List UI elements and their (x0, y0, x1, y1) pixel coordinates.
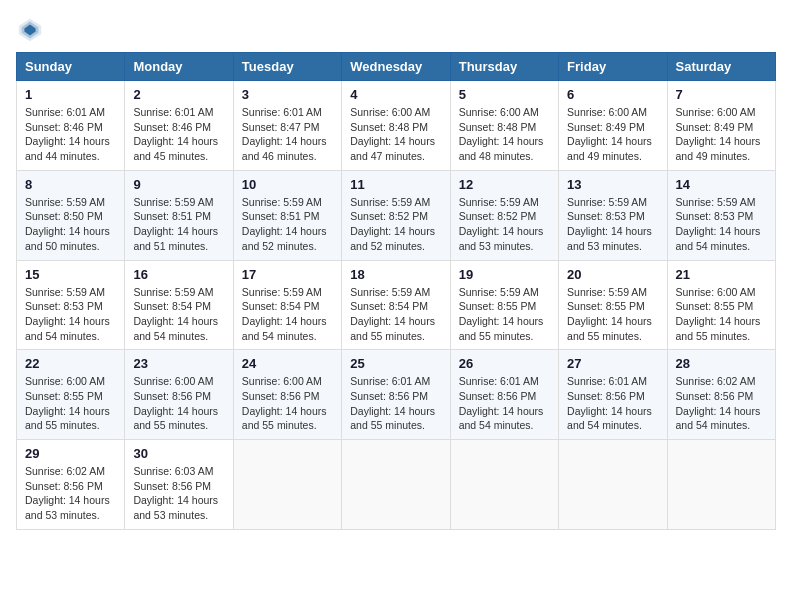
day-header-monday: Monday (125, 53, 233, 81)
calendar-cell: 20 Sunrise: 5:59 AM Sunset: 8:55 PM Dayl… (559, 260, 667, 350)
calendar-cell: 11 Sunrise: 5:59 AM Sunset: 8:52 PM Dayl… (342, 170, 450, 260)
calendar-cell (342, 440, 450, 530)
calendar-cell: 26 Sunrise: 6:01 AM Sunset: 8:56 PM Dayl… (450, 350, 558, 440)
day-info: Sunrise: 6:01 AM Sunset: 8:56 PM Dayligh… (350, 374, 441, 433)
day-info: Sunrise: 6:01 AM Sunset: 8:56 PM Dayligh… (567, 374, 658, 433)
week-row-5: 29 Sunrise: 6:02 AM Sunset: 8:56 PM Dayl… (17, 440, 776, 530)
calendar-cell: 19 Sunrise: 5:59 AM Sunset: 8:55 PM Dayl… (450, 260, 558, 350)
calendar-cell: 29 Sunrise: 6:02 AM Sunset: 8:56 PM Dayl… (17, 440, 125, 530)
calendar-cell: 27 Sunrise: 6:01 AM Sunset: 8:56 PM Dayl… (559, 350, 667, 440)
calendar-cell: 23 Sunrise: 6:00 AM Sunset: 8:56 PM Dayl… (125, 350, 233, 440)
day-info: Sunrise: 6:03 AM Sunset: 8:56 PM Dayligh… (133, 464, 224, 523)
day-info: Sunrise: 6:00 AM Sunset: 8:49 PM Dayligh… (676, 105, 767, 164)
day-number: 13 (567, 177, 658, 192)
day-header-thursday: Thursday (450, 53, 558, 81)
week-row-4: 22 Sunrise: 6:00 AM Sunset: 8:55 PM Dayl… (17, 350, 776, 440)
day-info: Sunrise: 5:59 AM Sunset: 8:54 PM Dayligh… (242, 285, 333, 344)
day-info: Sunrise: 6:00 AM Sunset: 8:49 PM Dayligh… (567, 105, 658, 164)
day-info: Sunrise: 6:00 AM Sunset: 8:55 PM Dayligh… (25, 374, 116, 433)
day-info: Sunrise: 6:01 AM Sunset: 8:56 PM Dayligh… (459, 374, 550, 433)
day-info: Sunrise: 5:59 AM Sunset: 8:54 PM Dayligh… (133, 285, 224, 344)
day-info: Sunrise: 6:01 AM Sunset: 8:46 PM Dayligh… (133, 105, 224, 164)
day-number: 5 (459, 87, 550, 102)
day-info: Sunrise: 5:59 AM Sunset: 8:54 PM Dayligh… (350, 285, 441, 344)
day-number: 17 (242, 267, 333, 282)
calendar-cell: 16 Sunrise: 5:59 AM Sunset: 8:54 PM Dayl… (125, 260, 233, 350)
calendar-cell: 15 Sunrise: 5:59 AM Sunset: 8:53 PM Dayl… (17, 260, 125, 350)
calendar-cell: 24 Sunrise: 6:00 AM Sunset: 8:56 PM Dayl… (233, 350, 341, 440)
calendar-cell: 1 Sunrise: 6:01 AM Sunset: 8:46 PM Dayli… (17, 81, 125, 171)
calendar-cell: 5 Sunrise: 6:00 AM Sunset: 8:48 PM Dayli… (450, 81, 558, 171)
day-number: 7 (676, 87, 767, 102)
day-number: 4 (350, 87, 441, 102)
calendar-cell: 12 Sunrise: 5:59 AM Sunset: 8:52 PM Dayl… (450, 170, 558, 260)
day-number: 26 (459, 356, 550, 371)
calendar-cell: 18 Sunrise: 5:59 AM Sunset: 8:54 PM Dayl… (342, 260, 450, 350)
week-row-1: 1 Sunrise: 6:01 AM Sunset: 8:46 PM Dayli… (17, 81, 776, 171)
calendar-cell: 17 Sunrise: 5:59 AM Sunset: 8:54 PM Dayl… (233, 260, 341, 350)
day-number: 3 (242, 87, 333, 102)
day-number: 22 (25, 356, 116, 371)
calendar-cell: 28 Sunrise: 6:02 AM Sunset: 8:56 PM Dayl… (667, 350, 775, 440)
week-row-2: 8 Sunrise: 5:59 AM Sunset: 8:50 PM Dayli… (17, 170, 776, 260)
day-number: 27 (567, 356, 658, 371)
day-number: 8 (25, 177, 116, 192)
day-number: 10 (242, 177, 333, 192)
day-info: Sunrise: 6:01 AM Sunset: 8:46 PM Dayligh… (25, 105, 116, 164)
day-header-saturday: Saturday (667, 53, 775, 81)
page-header (16, 16, 776, 44)
day-info: Sunrise: 5:59 AM Sunset: 8:53 PM Dayligh… (567, 195, 658, 254)
calendar-cell: 2 Sunrise: 6:01 AM Sunset: 8:46 PM Dayli… (125, 81, 233, 171)
week-row-3: 15 Sunrise: 5:59 AM Sunset: 8:53 PM Dayl… (17, 260, 776, 350)
day-number: 12 (459, 177, 550, 192)
day-number: 14 (676, 177, 767, 192)
day-header-sunday: Sunday (17, 53, 125, 81)
day-number: 28 (676, 356, 767, 371)
day-info: Sunrise: 5:59 AM Sunset: 8:51 PM Dayligh… (242, 195, 333, 254)
day-number: 30 (133, 446, 224, 461)
calendar-cell: 4 Sunrise: 6:00 AM Sunset: 8:48 PM Dayli… (342, 81, 450, 171)
calendar-cell: 6 Sunrise: 6:00 AM Sunset: 8:49 PM Dayli… (559, 81, 667, 171)
day-number: 21 (676, 267, 767, 282)
day-number: 15 (25, 267, 116, 282)
day-number: 11 (350, 177, 441, 192)
day-header-wednesday: Wednesday (342, 53, 450, 81)
calendar-cell (667, 440, 775, 530)
day-info: Sunrise: 5:59 AM Sunset: 8:53 PM Dayligh… (25, 285, 116, 344)
calendar-cell: 25 Sunrise: 6:01 AM Sunset: 8:56 PM Dayl… (342, 350, 450, 440)
day-info: Sunrise: 6:00 AM Sunset: 8:56 PM Dayligh… (133, 374, 224, 433)
day-info: Sunrise: 5:59 AM Sunset: 8:55 PM Dayligh… (459, 285, 550, 344)
calendar-cell (559, 440, 667, 530)
day-info: Sunrise: 5:59 AM Sunset: 8:50 PM Dayligh… (25, 195, 116, 254)
day-header-tuesday: Tuesday (233, 53, 341, 81)
calendar-cell: 14 Sunrise: 5:59 AM Sunset: 8:53 PM Dayl… (667, 170, 775, 260)
logo (16, 16, 48, 44)
calendar-cell: 21 Sunrise: 6:00 AM Sunset: 8:55 PM Dayl… (667, 260, 775, 350)
calendar-cell: 3 Sunrise: 6:01 AM Sunset: 8:47 PM Dayli… (233, 81, 341, 171)
day-number: 19 (459, 267, 550, 282)
calendar-cell (450, 440, 558, 530)
day-info: Sunrise: 5:59 AM Sunset: 8:52 PM Dayligh… (350, 195, 441, 254)
day-info: Sunrise: 6:00 AM Sunset: 8:55 PM Dayligh… (676, 285, 767, 344)
day-info: Sunrise: 6:00 AM Sunset: 8:56 PM Dayligh… (242, 374, 333, 433)
day-number: 16 (133, 267, 224, 282)
day-number: 18 (350, 267, 441, 282)
day-number: 23 (133, 356, 224, 371)
day-number: 20 (567, 267, 658, 282)
day-info: Sunrise: 5:59 AM Sunset: 8:53 PM Dayligh… (676, 195, 767, 254)
calendar-cell: 13 Sunrise: 5:59 AM Sunset: 8:53 PM Dayl… (559, 170, 667, 260)
day-number: 29 (25, 446, 116, 461)
day-number: 6 (567, 87, 658, 102)
day-info: Sunrise: 6:01 AM Sunset: 8:47 PM Dayligh… (242, 105, 333, 164)
day-info: Sunrise: 5:59 AM Sunset: 8:55 PM Dayligh… (567, 285, 658, 344)
day-info: Sunrise: 6:02 AM Sunset: 8:56 PM Dayligh… (676, 374, 767, 433)
day-number: 9 (133, 177, 224, 192)
calendar-cell: 22 Sunrise: 6:00 AM Sunset: 8:55 PM Dayl… (17, 350, 125, 440)
day-number: 1 (25, 87, 116, 102)
day-header-friday: Friday (559, 53, 667, 81)
day-info: Sunrise: 5:59 AM Sunset: 8:52 PM Dayligh… (459, 195, 550, 254)
day-number: 2 (133, 87, 224, 102)
calendar-cell: 8 Sunrise: 5:59 AM Sunset: 8:50 PM Dayli… (17, 170, 125, 260)
day-info: Sunrise: 6:02 AM Sunset: 8:56 PM Dayligh… (25, 464, 116, 523)
calendar-cell: 10 Sunrise: 5:59 AM Sunset: 8:51 PM Dayl… (233, 170, 341, 260)
